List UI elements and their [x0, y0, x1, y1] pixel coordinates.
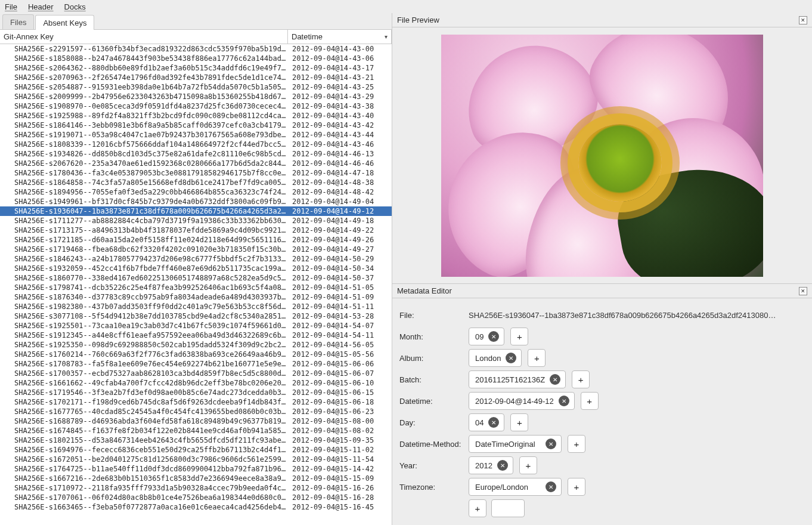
row-key: SHA256E-s3077108--5f54d9412b38e7dd103785… — [14, 311, 289, 321]
meta-tag[interactable]: 20161125T162136Z✕ — [469, 370, 566, 388]
clear-icon[interactable]: ✕ — [488, 417, 499, 428]
table-row[interactable]: SHA256E-s1713175--a8496313b4bb4f31878037… — [0, 226, 392, 235]
add-value-button[interactable]: + — [510, 328, 528, 345]
table-row[interactable]: SHA256E-s1934826--dd850b8cd103d5c375e82a… — [0, 149, 392, 159]
table-row[interactable]: SHA256E-s1919071--053a98c4047c1ae07b9243… — [0, 130, 392, 140]
table-row[interactable]: SHA256E-s1780436--fa3c4e053879053bc3e088… — [0, 168, 392, 178]
table-row[interactable]: SHA256E-s2054887--915931eeb398da0e1b64b7… — [0, 82, 392, 92]
table-row[interactable]: SHA256E-s1936047--1ba3873e871c38df678a00… — [0, 206, 392, 216]
table-row[interactable]: SHA256E-s1932059--452cc41f6b7fbde7ff460e… — [0, 264, 392, 273]
clear-icon[interactable]: ✕ — [546, 481, 556, 492]
table-row[interactable]: SHA256E-s1721185--d60aa15da2e0f5158ff11e… — [0, 235, 392, 245]
table-row[interactable]: SHA256E-s1982380--437b07add3503ff9f0dd2c… — [0, 302, 392, 311]
table-row[interactable]: SHA256E-s1694976--fececc6836ceb551e50d29… — [0, 445, 392, 455]
table-row[interactable]: SHA256E-s2291597--61360fb34bf3ecad819322… — [0, 44, 392, 54]
key-body[interactable]: SHA256E-s2291597--61360fb34bf3ecad819322… — [0, 44, 392, 525]
table-row[interactable]: SHA256E-s1663465--f3eba50f0772877a0aca16… — [0, 502, 392, 512]
clear-icon[interactable]: ✕ — [550, 374, 560, 385]
add-value-button[interactable]: + — [581, 392, 599, 410]
meta-close-icon[interactable]: ✕ — [799, 287, 807, 295]
add-value-button[interactable]: + — [572, 370, 590, 388]
table-row[interactable]: SHA256E-s1925350--098d9c692988850c502cab… — [0, 340, 392, 350]
table-row[interactable]: SHA256E-s2009999--2b47956e6233043263b471… — [0, 92, 392, 101]
table-row[interactable]: SHA256E-s1661662--49cfab4a700f7cfcc42d8b… — [0, 378, 392, 388]
col-key[interactable]: Git-Annex Key — [0, 30, 288, 44]
table-row[interactable]: SHA256E-s1764725--b11ae540ff11d0df3dcd86… — [0, 464, 392, 474]
menu-docks[interactable]: Docks — [64, 2, 86, 11]
tab-files[interactable]: Files — [2, 14, 34, 29]
table-row[interactable]: SHA256E-s1860770--338ed4167ed60225130605… — [0, 273, 392, 283]
add-value-button[interactable]: + — [510, 413, 528, 431]
table-row[interactable]: SHA256E-s1667216--2de683b0b1510365f1c858… — [0, 474, 392, 483]
table-row[interactable]: SHA256E-s1719546--3f3ea2b7fd3ef0d98ae00b… — [0, 388, 392, 397]
table-row[interactable]: SHA256E-s1672051--be2d0401275c81d1256800… — [0, 455, 392, 464]
menu-header[interactable]: Header — [28, 2, 54, 11]
meta-tag[interactable]: 04✕ — [469, 413, 504, 431]
table-row[interactable]: SHA256E-s2064362--880dbb60e89fd1b2aef3a6… — [0, 63, 392, 73]
meta-tag[interactable]: DateTimeOriginal✕ — [469, 435, 562, 453]
table-row[interactable]: SHA256E-s1912345--a44e8cff61eaefa957592e… — [0, 331, 392, 340]
clear-icon[interactable]: ✕ — [488, 331, 499, 342]
add-value-button[interactable]: + — [528, 349, 546, 367]
table-row[interactable]: SHA256E-s1808339--12016cbf575666ddaf104a… — [0, 140, 392, 149]
row-key: SHA256E-s1700357--ecbd75327aab8628103ca3… — [14, 369, 289, 378]
table-row[interactable]: SHA256E-s1700357--ecbd75327aab8628103ca3… — [0, 369, 392, 378]
table-row[interactable]: SHA256E-s1798741--dcb35226c25e4f87fea3b9… — [0, 283, 392, 292]
table-row[interactable]: SHA256E-s1949961--bf317d0cf845b7c9379de4… — [0, 197, 392, 206]
table-row[interactable]: SHA256E-s1802155--d53a8467314eeb42643c4f… — [0, 436, 392, 445]
table-row[interactable]: SHA256E-s1688789--d46936abda3f604efd58fa… — [0, 416, 392, 426]
col-datetime[interactable]: Datetime ▾ — [288, 30, 392, 44]
tab-absent[interactable]: Absent Keys — [35, 15, 94, 30]
clear-icon[interactable]: ✕ — [506, 353, 516, 363]
row-datetime: 2012-09-04@14-49-18 — [289, 216, 392, 226]
table-row[interactable]: SHA256E-s1707061--06f024d80ac8b8b01ce4e7… — [0, 493, 392, 502]
row-datetime: 2012-09-04@15-05-56 — [289, 350, 392, 359]
row-datetime: 2012-09-04@14-46-13 — [289, 149, 392, 159]
meta-tag[interactable]: 2012✕ — [469, 456, 513, 474]
table-row[interactable]: SHA256E-s2067620--235a3470ae61ed1592368c… — [0, 159, 392, 168]
clear-icon[interactable]: ✕ — [497, 460, 508, 471]
add-value-button[interactable]: + — [568, 435, 585, 453]
preview-image — [441, 35, 763, 277]
table-row[interactable]: SHA256E-s1677765--40cdad85c24545a4f0c454… — [0, 407, 392, 416]
row-key: SHA256E-s1949961--bf317d0cf845b7c9379de4… — [14, 197, 289, 206]
meta-tag[interactable]: London✕ — [469, 349, 522, 367]
meta-tag-value: London — [475, 354, 501, 363]
meta-tag-value: DateTimeOriginal — [475, 440, 541, 449]
add-value-button[interactable]: + — [519, 456, 537, 474]
table-row[interactable]: SHA256E-s1925988--89fd2f4a8321ff3b2bcd9f… — [0, 111, 392, 121]
clear-icon[interactable]: ✕ — [546, 438, 556, 449]
table-row[interactable]: SHA256E-s1711277--ab8882884c4cba797d3719… — [0, 216, 392, 226]
row-key: SHA256E-s1719546--3f3ea2b7fd3ef0d98ae00b… — [14, 388, 289, 397]
table-row[interactable]: SHA256E-s1876340--d37783c89ccb975ab9fa80… — [0, 292, 392, 302]
table-row[interactable]: SHA256E-s1702171--f198d9ced6b745dc8af5d6… — [0, 397, 392, 407]
table-row[interactable]: SHA256E-s1925501--73caa10ea19c3ab03d7c41… — [0, 321, 392, 331]
table-row[interactable]: SHA256E-s1858088--b247a4678443f903be5343… — [0, 54, 392, 63]
row-key: SHA256E-s1925988--89fd2f4a8321ff3b2bcd9f… — [14, 111, 289, 121]
meta-tag[interactable]: 2012-09-04@14-49-12✕ — [469, 392, 575, 410]
row-datetime: 2012-09-04@14-46-46 — [289, 159, 392, 168]
table-row[interactable]: SHA256E-s1719468--fbea68dbc62f3320f4202c… — [0, 245, 392, 254]
row-key: SHA256E-s1934826--dd850b8cd103d5c375e82a… — [14, 149, 289, 159]
add-value-button[interactable]: + — [568, 478, 585, 496]
row-key: SHA256E-s1864146--3ebb0981e3b6f8a9a5b85c… — [14, 121, 289, 130]
clear-icon[interactable]: ✕ — [559, 396, 569, 406]
add-field-button[interactable]: + — [469, 499, 486, 517]
table-row[interactable]: SHA256E-s1674845--f1637fe8f2b034f122e02b… — [0, 426, 392, 436]
table-row[interactable]: SHA256E-s1710972--2118fa935fff7933d1a5b9… — [0, 483, 392, 493]
table-row[interactable]: SHA256E-s1908970--0e085ceca3d9f0591dfd4a… — [0, 101, 392, 111]
meta-tag[interactable]: Europe/London✕ — [469, 478, 562, 496]
meta-tag-value: 2012 — [475, 461, 492, 470]
table-row[interactable]: SHA256E-s1760214--760c669a63f2f776c3fad6… — [0, 350, 392, 359]
table-row[interactable]: SHA256E-s3077108--5f54d9412b38e7dd103785… — [0, 311, 392, 321]
table-row[interactable]: SHA256E-s1846243--a24b178057794237d206e9… — [0, 254, 392, 264]
meta-tag[interactable]: 09✕ — [469, 328, 504, 345]
table-row[interactable]: SHA256E-s1864858--74c3fa57a805e15668efd8… — [0, 178, 392, 187]
table-row[interactable]: SHA256E-s1894956--7055efa0f3ed5a229c0bb4… — [0, 187, 392, 197]
table-row[interactable]: SHA256E-s1864146--3ebb0981e3b6f8a9a5b85c… — [0, 121, 392, 130]
preview-close-icon[interactable]: ✕ — [799, 16, 807, 24]
table-row[interactable]: SHA256E-s2070963--2f265474e1796fd0ad392f… — [0, 73, 392, 82]
menu-file[interactable]: File — [5, 2, 17, 11]
table-row[interactable]: SHA256E-s1708783--fa5f8a1ee609e76ec454e6… — [0, 359, 392, 369]
new-field-input[interactable] — [491, 499, 525, 517]
